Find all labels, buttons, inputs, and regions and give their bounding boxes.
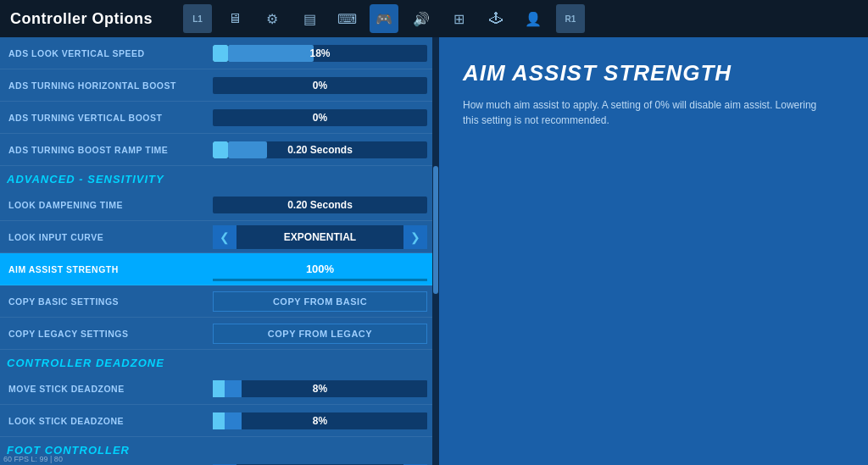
label-move-stick-deadzone: MOVE STICK DEADZONE <box>5 384 213 394</box>
control-ads-turning-horizontal-boost[interactable]: 0% <box>213 77 427 94</box>
nav-audio-icon[interactable]: 🔊 <box>407 4 436 33</box>
control-aim-assist-strength[interactable]: 100% <box>213 257 427 281</box>
info-description: How much aim assist to apply. A setting … <box>463 97 819 128</box>
value-ads-turning-horizontal-boost: 0% <box>213 80 427 91</box>
setting-row-move-stick-deadzone[interactable]: MOVE STICK DEADZONE 8% <box>0 373 432 405</box>
label-copy-basic-settings: COPY BASIC SETTINGS <box>5 296 213 307</box>
label-look-stick-deadzone: LOOK STICK DEADZONE <box>5 416 213 426</box>
setting-row-ads-turning-vertical-boost[interactable]: ADS TURNING VERTICAL BOOST 0% <box>0 102 432 134</box>
control-ads-turning-boost-ramp-time[interactable]: 0.20 Seconds <box>213 141 427 158</box>
scrollbar[interactable] <box>432 37 439 465</box>
main-layout: ADS LOOK VERTICAL SPEED 18% ADS TURNING … <box>0 37 868 465</box>
value-aim-assist-strength: 100% <box>306 263 334 275</box>
label-ads-turning-boost-ramp-time: ADS TURNING BOOST RAMP TIME <box>5 145 213 155</box>
setting-row-copy-legacy-settings[interactable]: COPY LEGACY SETTINGS COPY FROM LEGACY <box>0 318 432 350</box>
setting-row-copy-basic-settings[interactable]: COPY BASIC SETTINGS COPY FROM BASIC <box>0 285 432 318</box>
copy-legacy-button[interactable]: COPY FROM LEGACY <box>213 324 427 344</box>
page-title: Controller Options <box>10 10 153 28</box>
look-input-curve-right-arrow[interactable]: ❯ <box>403 225 427 249</box>
nav-L1-badge[interactable]: L1 <box>183 4 212 33</box>
control-move-stick-deadzone[interactable]: 8% <box>213 380 427 397</box>
control-look-input-curve[interactable]: ❮ EXPONENTIAL ❯ <box>213 225 427 249</box>
nav-keyboard-icon[interactable]: ⌨ <box>332 4 361 33</box>
nav-gear-icon[interactable]: ⚙ <box>258 4 287 33</box>
value-ads-turning-boost-ramp-time: 0.20 Seconds <box>213 144 427 156</box>
value-move-stick-deadzone: 8% <box>213 383 427 395</box>
left-panel: ADS LOOK VERTICAL SPEED 18% ADS TURNING … <box>0 37 432 465</box>
value-look-input-curve: EXPONENTIAL <box>236 231 403 243</box>
value-ads-turning-vertical-boost: 0% <box>213 112 427 124</box>
setting-row-ads-turning-horizontal-boost[interactable]: ADS TURNING HORIZONTAL BOOST 0% <box>0 69 432 102</box>
top-bar: Controller Options L1 🖥 ⚙ ▤ ⌨ 🎮 🔊 ⊞ 🕹 👤 … <box>0 0 868 37</box>
control-copy-basic-settings[interactable]: COPY FROM BASIC <box>213 291 427 312</box>
nav-gamepad-icon[interactable]: 🕹 <box>481 4 510 33</box>
right-panel: AIM ASSIST STRENGTH How much aim assist … <box>439 37 868 465</box>
control-ads-turning-vertical-boost[interactable]: 0% <box>213 109 427 126</box>
setting-row-ads-turning-boost-ramp-time[interactable]: ADS TURNING BOOST RAMP TIME 0.20 Seconds <box>0 134 432 166</box>
setting-row-aim-assist-strength[interactable]: AIM ASSIST STRENGTH 100% <box>0 253 432 285</box>
label-look-dampening-time: LOOK DAMPENING TIME <box>5 200 213 210</box>
control-look-dampening-time[interactable]: 0.20 Seconds <box>213 197 427 213</box>
label-ads-look-vertical-speed: ADS LOOK VERTICAL SPEED <box>5 48 213 58</box>
nav-monitor-icon[interactable]: 🖥 <box>220 4 249 33</box>
section-advanced-sensitivity: ADVANCED - SENSITIVITY <box>0 166 432 189</box>
info-title: AIM ASSIST STRENGTH <box>463 61 844 86</box>
copy-basic-button[interactable]: COPY FROM BASIC <box>213 291 427 312</box>
label-ads-turning-horizontal-boost: ADS TURNING HORIZONTAL BOOST <box>5 80 213 91</box>
setting-row-look-input-curve[interactable]: LOOK INPUT CURVE ❮ EXPONENTIAL ❯ <box>0 221 432 253</box>
label-copy-legacy-settings: COPY LEGACY SETTINGS <box>5 329 213 339</box>
section-foot-controller: FOOT CONTROLLER <box>0 437 432 460</box>
fps-counter: 60 FPS L: 99 | 80 <box>3 455 63 463</box>
control-look-stick-deadzone[interactable]: 8% <box>213 412 427 429</box>
nav-list-icon[interactable]: ▤ <box>295 4 324 33</box>
value-ads-look-vertical-speed: 18% <box>213 47 427 59</box>
value-look-stick-deadzone: 8% <box>213 415 427 427</box>
setting-row-look-dampening-time[interactable]: LOOK DAMPENING TIME 0.20 Seconds <box>0 189 432 221</box>
nav-R1-badge[interactable]: R1 <box>556 4 585 33</box>
setting-row-enable-foot-controller[interactable]: ENABLE FOOT CONTROLLER ❮ OFF ❯ <box>0 460 432 465</box>
label-look-input-curve: LOOK INPUT CURVE <box>5 232 213 242</box>
label-aim-assist-strength: AIM ASSIST STRENGTH <box>5 264 213 274</box>
setting-row-ads-look-vertical-speed[interactable]: ADS LOOK VERTICAL SPEED 18% <box>0 37 432 69</box>
control-ads-look-vertical-speed[interactable]: 18% <box>213 45 427 62</box>
setting-row-look-stick-deadzone[interactable]: LOOK STICK DEADZONE 8% <box>0 405 432 437</box>
section-controller-deadzone: CONTROLLER DEADZONE <box>0 350 432 373</box>
control-copy-legacy-settings[interactable]: COPY FROM LEGACY <box>213 324 427 344</box>
value-look-dampening-time: 0.20 Seconds <box>213 199 427 211</box>
nav-icons: L1 🖥 ⚙ ▤ ⌨ 🎮 🔊 ⊞ 🕹 👤 R1 <box>183 4 585 33</box>
nav-network-icon[interactable]: ⊞ <box>444 4 473 33</box>
nav-controller-icon[interactable]: 🎮 <box>370 4 398 33</box>
label-ads-turning-vertical-boost: ADS TURNING VERTICAL BOOST <box>5 113 213 123</box>
nav-user-icon[interactable]: 👤 <box>519 4 548 33</box>
look-input-curve-left-arrow[interactable]: ❮ <box>213 225 236 249</box>
